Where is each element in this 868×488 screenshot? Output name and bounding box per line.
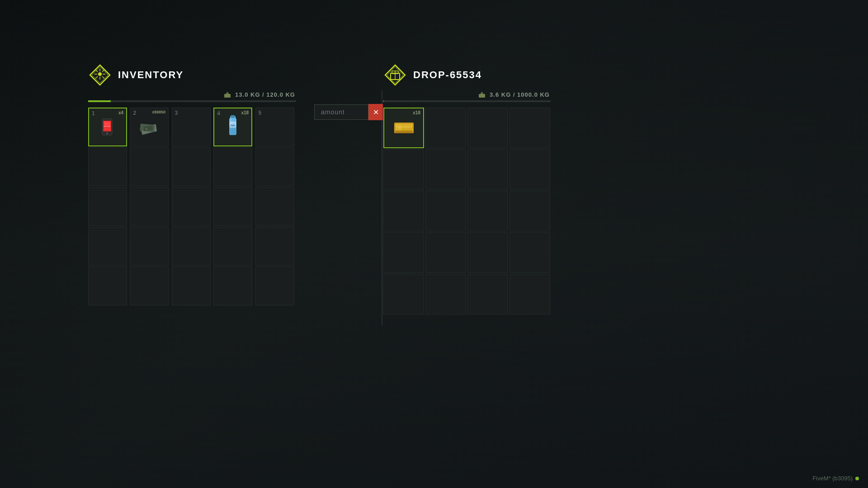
inventory-weight-text: 13.0 KG / 120.0 KG: [235, 91, 295, 98]
drop-slot-20[interactable]: [509, 274, 550, 314]
inventory-slot-1[interactable]: 1 x4: [88, 108, 127, 146]
version-info: FiveM* (b3095): [812, 475, 859, 482]
amount-close-button[interactable]: ✕: [368, 104, 383, 120]
game-screen: INVENTORY 13.0 KG / 120.0 KG 1 x4: [0, 0, 868, 488]
inventory-slot-13[interactable]: [172, 187, 211, 226]
amount-input[interactable]: [314, 104, 368, 120]
inventory-slot-9[interactable]: [213, 147, 252, 186]
svg-rect-40: [479, 94, 485, 98]
drop-slot-8[interactable]: [509, 149, 550, 190]
drop-icon: [383, 63, 407, 87]
svg-rect-18: [104, 126, 107, 127]
inventory-slot-24[interactable]: [213, 267, 252, 305]
drop-weight-row: 3.6 KG / 1000.0 KG: [383, 90, 551, 99]
inventory-slot-19[interactable]: [213, 227, 252, 266]
drop-grid: x18: [383, 108, 551, 314]
svg-rect-19: [107, 126, 110, 127]
svg-rect-42: [481, 92, 482, 93]
drop-progress-bar: [383, 100, 551, 102]
svg-rect-33: [231, 115, 235, 118]
inventory-grid: 1 x4: [88, 108, 296, 305]
slot-item-gold: [392, 116, 416, 141]
drop-slot-14[interactable]: [425, 232, 466, 273]
slot-item-phone: [95, 115, 120, 140]
drop-slot-11[interactable]: [467, 191, 508, 231]
version-text-label: FiveM* (b3095): [812, 475, 853, 482]
weight-icon: [223, 90, 231, 99]
svg-point-2: [98, 72, 102, 76]
inventory-slot-15[interactable]: [255, 187, 294, 226]
drop-title: DROP-65534: [413, 69, 482, 81]
slot-number-1: 1: [92, 110, 95, 117]
drop-progress-fill: [383, 100, 384, 102]
drop-panel: DROP-65534 3.6 KG / 1000.0 KG x18: [383, 63, 551, 314]
drop-slot-13[interactable]: [383, 232, 424, 273]
drop-slot-17[interactable]: [383, 274, 424, 314]
drop-slot-count-1: x18: [413, 110, 420, 115]
drop-slot-3[interactable]: [467, 108, 508, 148]
drop-slot-2[interactable]: [425, 108, 466, 148]
version-dot: [855, 477, 859, 480]
slot-count-2: x$9850: [152, 110, 165, 114]
inventory-progress-bar: [88, 100, 296, 102]
slot-number-5: 5: [259, 110, 262, 116]
svg-text:H₂O: H₂O: [231, 124, 235, 127]
inventory-slot-12[interactable]: [130, 187, 169, 226]
drop-slot-7[interactable]: [467, 149, 508, 190]
slot-item-water: H₂O: [221, 115, 245, 140]
inventory-slot-25[interactable]: [255, 267, 294, 305]
slot-number-3: 3: [175, 110, 178, 116]
svg-rect-17: [104, 122, 110, 125]
drop-slot-4[interactable]: [509, 108, 550, 148]
inventory-slot-6[interactable]: [88, 147, 127, 186]
inventory-slot-18[interactable]: [172, 227, 211, 266]
inventory-title: INVENTORY: [118, 69, 184, 81]
drop-weight-text: 3.6 KG / 1000.0 KG: [490, 91, 550, 98]
drop-slot-15[interactable]: [467, 232, 508, 273]
inventory-slot-23[interactable]: [172, 267, 211, 305]
drop-slot-1[interactable]: x18: [383, 108, 424, 148]
inventory-icon: [88, 63, 112, 87]
drop-slot-10[interactable]: [425, 191, 466, 231]
slot-item-money: $: [137, 115, 162, 140]
inventory-header: INVENTORY: [88, 63, 296, 87]
svg-rect-13: [227, 92, 228, 93]
inventory-slot-20[interactable]: [255, 227, 294, 266]
inventory-slot-4[interactable]: 4 x18 H₂O: [213, 108, 252, 146]
inventory-slot-11[interactable]: [88, 187, 127, 226]
inventory-slot-3[interactable]: 3: [172, 108, 211, 146]
drop-header: DROP-65534: [383, 63, 551, 87]
slot-count-1: x4: [118, 110, 123, 115]
svg-rect-11: [224, 94, 231, 98]
panel-divider: [382, 90, 382, 325]
inventory-progress-fill: [88, 100, 111, 102]
inventory-weight-row: 13.0 KG / 120.0 KG: [88, 90, 296, 99]
amount-popup[interactable]: ✕: [314, 104, 383, 120]
inventory-slot-8[interactable]: [172, 147, 211, 186]
inventory-slot-7[interactable]: [130, 147, 169, 186]
inventory-slot-10[interactable]: [255, 147, 294, 186]
inventory-slot-22[interactable]: [130, 267, 169, 305]
drop-slot-16[interactable]: [509, 232, 550, 273]
inventory-slot-14[interactable]: [213, 187, 252, 226]
inventory-slot-21[interactable]: [88, 267, 127, 305]
svg-rect-20: [104, 127, 110, 130]
drop-weight-icon: [478, 90, 486, 99]
inventory-slot-2[interactable]: 2 x$9850 $: [130, 108, 169, 146]
svg-point-21: [106, 132, 108, 134]
svg-rect-47: [395, 131, 412, 133]
inventory-slot-16[interactable]: [88, 227, 127, 266]
drop-slot-9[interactable]: [383, 191, 424, 231]
slot-number-2: 2: [133, 110, 136, 116]
inventory-panel: INVENTORY 13.0 KG / 120.0 KG 1 x4: [88, 63, 296, 305]
inventory-slot-5[interactable]: 5: [255, 108, 294, 146]
drop-slot-6[interactable]: [425, 149, 466, 190]
slot-count-4: x18: [241, 110, 249, 115]
drop-slot-12[interactable]: [509, 191, 550, 231]
inventory-slot-17[interactable]: [130, 227, 169, 266]
drop-slot-5[interactable]: [383, 149, 424, 190]
slot-number-4: 4: [217, 110, 220, 117]
drop-slot-18[interactable]: [425, 274, 466, 314]
drop-slot-19[interactable]: [467, 274, 508, 314]
